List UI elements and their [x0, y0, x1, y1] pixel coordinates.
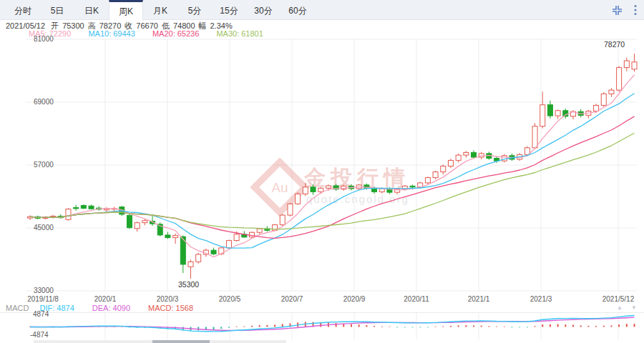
- time-tick: 2021/1: [468, 295, 490, 303]
- tab-5分[interactable]: 5分: [177, 0, 212, 19]
- chart-canvas[interactable]: Au 金投行情 quote.cngold.org: [0, 0, 644, 343]
- low-price-annotation: 35300: [178, 280, 199, 289]
- chart-scrollbar-thumb[interactable]: [152, 340, 210, 343]
- macd-expand-icon[interactable]: ▲: [617, 304, 623, 311]
- ma10-legend: MA10: 69443: [88, 29, 135, 38]
- time-tick: 2020/11: [404, 295, 429, 303]
- dea-value: DEA: 4090: [92, 304, 130, 312]
- macd-panel: [29, 316, 635, 332]
- tab-60分[interactable]: 60分: [280, 0, 315, 19]
- tab-月K[interactable]: 月K: [143, 0, 177, 19]
- time-tick: 2020/1: [94, 295, 117, 303]
- tab-日K[interactable]: 日K: [74, 0, 109, 19]
- time-tick: 2020/3: [157, 295, 179, 303]
- tab-15分[interactable]: 15分: [212, 0, 246, 19]
- time-tick: 2021/3: [530, 295, 552, 303]
- tab-分时[interactable]: 分时: [6, 0, 40, 19]
- macd-axis-max: 4874: [33, 310, 49, 318]
- price-tick: 33000: [34, 287, 54, 294]
- high-price-annotation: 78270: [604, 40, 625, 49]
- macd-value: MACD: 1568: [148, 304, 193, 312]
- ma20-legend: MA20: 65236: [152, 29, 199, 38]
- tab-30分[interactable]: 30分: [246, 0, 280, 19]
- macd-axis-min: -4874: [30, 331, 49, 339]
- compress-icon[interactable]: [612, 5, 623, 16]
- chart-scrollbar-track[interactable]: [34, 340, 286, 343]
- time-tick: 2020/7: [281, 295, 303, 303]
- tab-5日[interactable]: 5日: [40, 0, 74, 19]
- ma30-legend: MA30: 61801: [216, 29, 263, 38]
- tab-周K[interactable]: 周K: [109, 0, 143, 21]
- kline-chart-widget: Au 金投行情 quote.cngold.org 分时5日日K周K月K5分15分…: [0, 0, 644, 343]
- kebab-menu-icon[interactable]: [634, 4, 637, 16]
- ma-legend: MA5: 72290 MA10: 69443 MA20: 65236 MA30:…: [29, 29, 278, 38]
- period-tab-bar: 分时5日日K周K月K5分15分30分60分: [0, 0, 644, 20]
- price-tick: 45000: [34, 224, 54, 232]
- time-tick: 2020/5: [219, 295, 241, 303]
- macd-collapse-icon[interactable]: ▼: [631, 304, 637, 311]
- ohlc-info-bar: 2021/05/12 开75300高78270收76670低74800幅2.34…: [6, 21, 236, 29]
- watermark-badge: Au: [271, 180, 288, 195]
- price-tick: 57000: [34, 161, 54, 169]
- price-tick: 69000: [34, 98, 54, 106]
- price-tick: 81000: [34, 35, 54, 43]
- macd-panel-title: MACD: [6, 304, 29, 312]
- time-tick: 2021/5/12: [602, 295, 635, 303]
- time-tick: 2020/9: [343, 295, 366, 303]
- watermark-url: quote.cngold.org: [306, 193, 409, 205]
- watermark: Au 金投行情 quote.cngold.org: [255, 162, 410, 213]
- header-icons: [612, 0, 637, 20]
- time-tick: 2019/11/8: [27, 295, 59, 303]
